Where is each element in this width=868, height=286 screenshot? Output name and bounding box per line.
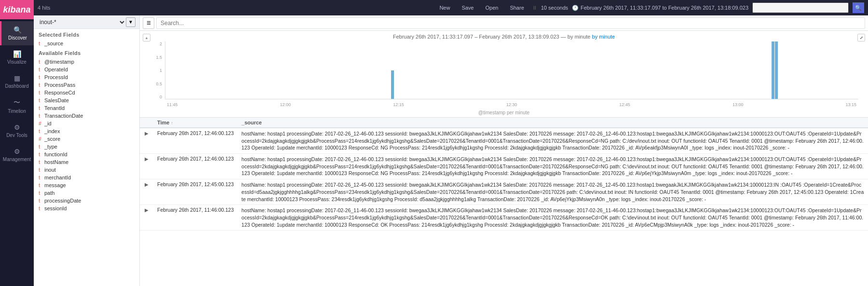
new-button[interactable]: New xyxy=(435,4,454,12)
field-salesdate-type: t xyxy=(39,98,42,103)
field-merchantid[interactable]: t merchantId xyxy=(34,174,139,181)
field-tenantid[interactable]: t TenantId xyxy=(34,104,139,112)
field-operateid-name: OperateId xyxy=(44,67,68,72)
field-index[interactable]: t _index xyxy=(34,127,139,135)
chart-xlabel: @timestamp per minute xyxy=(149,110,858,115)
field-responsecd-type: t xyxy=(39,90,42,95)
global-search-input[interactable] xyxy=(752,2,849,13)
field-timestamp[interactable]: t @timestamp xyxy=(34,58,139,66)
save-button[interactable]: Save xyxy=(458,4,477,12)
sidebar-item-management[interactable]: ⚙ Management xyxy=(0,143,34,167)
xaxis-1215: 12:15 xyxy=(393,102,404,107)
sidebar-item-devtools-label: Dev Tools xyxy=(6,133,27,138)
row-expand-cell: ▶ xyxy=(140,128,153,154)
field-processpass-type: t xyxy=(39,82,42,88)
yaxis-0-5: 0.5 xyxy=(156,82,162,86)
chart-area: ▲ February 26th 2017, 11:33:17.097 – Feb… xyxy=(140,31,868,118)
index-settings-button[interactable]: ▼ xyxy=(126,17,136,27)
index-selector: inout-* ▼ xyxy=(34,15,139,29)
open-button[interactable]: Open xyxy=(481,4,502,12)
left-panel: inout-* ▼ Selected Fields t _source Avai… xyxy=(34,15,140,286)
row-expand-button[interactable]: ▶ xyxy=(144,207,149,213)
field-inout[interactable]: t inout xyxy=(34,166,139,174)
field-id-name: _id xyxy=(44,121,52,126)
row-source-cell: hostName: hostap1 processingDate: 2017-0… xyxy=(238,128,868,154)
field-path-name: path xyxy=(44,190,54,196)
chart-collapse-button[interactable]: ▲ xyxy=(143,34,150,41)
field-processingdate[interactable]: t processingDate xyxy=(34,197,139,204)
yaxis-0: 0 xyxy=(160,95,162,99)
row-expand-button[interactable]: ▶ xyxy=(144,182,149,187)
table-row: ▶February 26th 2017, 11:46:00.123hostNam… xyxy=(140,205,868,231)
field-timestamp-name: @timestamp xyxy=(44,59,74,65)
sidebar-item-dashboard[interactable]: ▦ Dashboard xyxy=(0,69,34,94)
row-expand-button[interactable]: ▶ xyxy=(144,156,149,162)
field-salesdate[interactable]: t SalesDate xyxy=(34,96,139,104)
sidebar-nav: 🔍 Discover 📊 Visualize ▦ Dashboard 〜 Tim… xyxy=(0,21,34,167)
field-score[interactable]: # _score xyxy=(34,135,139,143)
field-tenantid-type: t xyxy=(39,106,42,111)
field-tenantid-name: TenantId xyxy=(44,105,65,111)
chart-xaxis: 11:45 12:00 12:15 12:30 12:45 13:00 13:1… xyxy=(165,100,858,109)
chart-bar[interactable] xyxy=(775,41,778,99)
by-minute-link[interactable]: by minute xyxy=(592,34,615,40)
dashboard-icon: ▦ xyxy=(14,74,20,82)
sidebar-item-timelion-label: Timelion xyxy=(8,109,26,114)
field-functionid-name: functionId xyxy=(44,151,68,157)
results-tbody: ▶February 26th 2017, 12:46:00.123hostNam… xyxy=(140,128,868,231)
row-expand-cell: ▶ xyxy=(140,205,153,231)
topbar: 4 hits New Save Open Share ⏸ 10 seconds … xyxy=(34,0,868,15)
sidebar-item-devtools[interactable]: ⚙ Dev Tools xyxy=(0,119,34,143)
field-message[interactable]: t message xyxy=(34,181,139,189)
chart-bar[interactable] xyxy=(772,41,774,99)
sidebar-item-visualize[interactable]: 📊 Visualize xyxy=(0,45,34,69)
field-sessionid[interactable]: t sessionId xyxy=(34,204,139,212)
sidebar-item-timelion[interactable]: 〜 Timelion xyxy=(0,94,34,119)
source-col-header: _source xyxy=(238,118,868,128)
row-expand-button[interactable]: ▶ xyxy=(144,131,149,136)
xaxis-1145: 11:45 xyxy=(167,102,178,107)
share-button[interactable]: Share xyxy=(506,4,528,12)
table-row: ▶February 26th 2017, 12:46:00.123hostNam… xyxy=(140,128,868,154)
available-fields-header: Available Fields xyxy=(34,47,139,58)
sidebar-item-discover[interactable]: 🔍 Discover xyxy=(0,21,34,45)
chart-bar[interactable] xyxy=(391,70,394,99)
field-merchantid-name: merchantId xyxy=(44,175,71,180)
visualize-icon: 📊 xyxy=(13,50,21,58)
field-id[interactable]: # _id xyxy=(34,120,139,127)
query-options-button[interactable]: ☰ xyxy=(143,17,154,29)
global-search-button[interactable]: 🔍 xyxy=(853,2,864,13)
field-path[interactable]: t path xyxy=(34,189,139,197)
query-input[interactable] xyxy=(156,17,865,29)
selected-fields-header: Selected Fields xyxy=(34,29,139,40)
row-source-cell: hostName: hostap1 processingDate: 2017-0… xyxy=(238,154,868,179)
field-type[interactable]: t _type xyxy=(34,143,139,150)
field-hostname-type: t xyxy=(39,160,42,165)
field-index-name: _index xyxy=(44,128,60,134)
results-header-row: Time ↑ _source xyxy=(140,118,868,128)
xaxis-1200: 12:00 xyxy=(280,102,291,107)
field-processid[interactable]: t ProcessId xyxy=(34,73,139,81)
field-processpass[interactable]: t ProcessPass xyxy=(34,81,139,89)
field-transactiondate[interactable]: t TransactionDate xyxy=(34,112,139,120)
separator: ⏸ xyxy=(532,5,537,11)
field-hostname[interactable]: t hostName xyxy=(34,158,139,166)
time-sort-arrow: ↑ xyxy=(171,121,174,125)
field-type-name: _type xyxy=(44,144,57,150)
kibana-logo[interactable]: kibana xyxy=(0,0,34,19)
field-responsecd[interactable]: t ResponseCd xyxy=(34,89,139,96)
row-source-cell: hostName: hostap1 processingDate: 2017-0… xyxy=(238,179,868,205)
field-operateid[interactable]: t OperateId xyxy=(34,66,139,73)
source-field-item[interactable]: t _source xyxy=(34,40,139,47)
index-pattern-select[interactable]: inout-* xyxy=(38,18,126,26)
field-sessionid-name: sessionId xyxy=(44,205,67,211)
field-processingdate-name: processingDate xyxy=(44,198,81,204)
time-col-header[interactable]: Time ↑ xyxy=(153,118,238,128)
field-processid-name: ProcessId xyxy=(44,74,68,80)
source-field-name: _source xyxy=(44,41,63,46)
field-functionid[interactable]: t functionId xyxy=(34,150,139,158)
chart-expand-button[interactable]: ⤢ xyxy=(857,34,865,41)
time-col-label: Time xyxy=(157,120,171,125)
query-bar: ☰ xyxy=(140,15,868,31)
row-time-cell: February 26th 2017, 11:46:00.123 xyxy=(153,205,238,231)
